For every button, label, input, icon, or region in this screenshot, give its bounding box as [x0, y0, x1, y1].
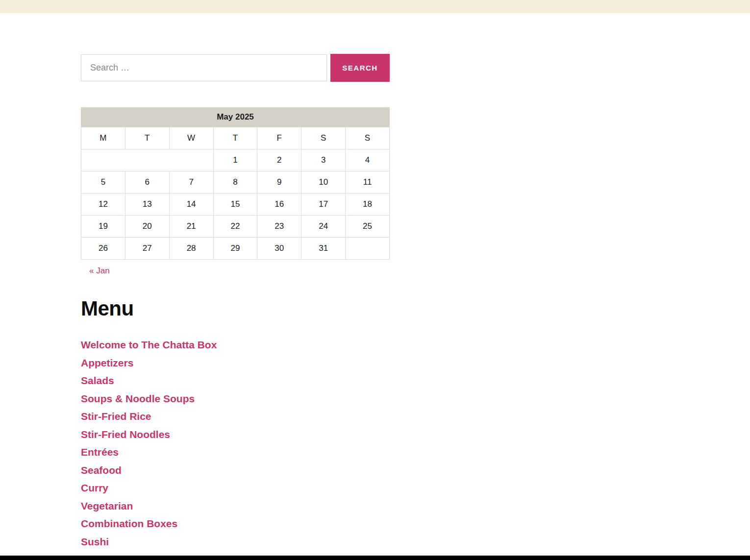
calendar-day-cell: 1: [213, 149, 257, 171]
calendar-week-row: 26 27 28 29 30 31: [81, 238, 390, 260]
search-input[interactable]: [81, 54, 327, 81]
list-item: Salads: [81, 372, 390, 390]
calendar-day-header: T: [125, 127, 169, 149]
calendar-day-cell: 11: [346, 171, 390, 194]
calendar-day-cell: 20: [125, 216, 169, 238]
list-item: Welcome to The Chatta Box: [81, 337, 390, 355]
menu-link-stir-fried-noodles[interactable]: Stir-Fried Noodles: [81, 429, 170, 440]
menu-list: Welcome to The Chatta Box Appetizers Sal…: [81, 337, 390, 560]
top-accent-bar: [0, 0, 750, 13]
calendar-header-row: M T W T F S S: [81, 127, 390, 149]
list-item: Seafood: [81, 462, 390, 480]
list-item: Stir-Fried Noodles: [81, 426, 390, 444]
menu-link-combination-boxes[interactable]: Combination Boxes: [81, 518, 177, 529]
calendar-day-cell: 8: [213, 171, 257, 194]
calendar-day-cell: 26: [81, 238, 125, 260]
calendar-day-cell: 7: [169, 171, 213, 194]
menu-link-seafood[interactable]: Seafood: [81, 464, 122, 476]
list-item: Curry: [81, 480, 390, 498]
calendar-day-cell: 12: [81, 194, 125, 216]
calendar-day-cell: 15: [213, 194, 257, 216]
calendar-day-cell: 4: [346, 149, 390, 171]
calendar-caption: May 2025: [81, 107, 390, 127]
calendar-day-header: M: [81, 127, 125, 149]
calendar-day-header: S: [346, 127, 390, 149]
calendar-day-cell: 5: [81, 171, 125, 194]
calendar-nav: « Jan: [81, 266, 390, 276]
calendar-day-cell: 29: [213, 238, 257, 260]
calendar-day-cell: 23: [257, 216, 301, 238]
calendar-day-header: W: [169, 127, 213, 149]
list-item: Stir-Fried Rice: [81, 408, 390, 426]
calendar-day-cell: 18: [346, 194, 390, 216]
calendar-day-cell: 27: [125, 238, 169, 260]
calendar-week-row: 19 20 21 22 23 24 25: [81, 216, 390, 238]
list-item: Entrées: [81, 444, 390, 462]
calendar-table: May 2025 M T W T F S S 1 2 3 4: [81, 107, 390, 260]
calendar-day-cell: 16: [257, 194, 301, 216]
list-item: Combination Boxes: [81, 515, 390, 534]
bottom-bar: [0, 556, 750, 560]
menu-link-curry[interactable]: Curry: [81, 482, 108, 493]
menu-link-stir-fried-rice[interactable]: Stir-Fried Rice: [81, 411, 151, 422]
list-item: Sushi: [81, 534, 390, 552]
search-form: SEARCH: [81, 54, 390, 82]
calendar-prev-month-link[interactable]: « Jan: [89, 266, 110, 275]
calendar-day-cell: 6: [125, 171, 169, 194]
calendar-day-cell: 30: [257, 238, 301, 260]
calendar-day-header: S: [301, 127, 346, 149]
calendar-day-cell: 22: [213, 216, 257, 238]
calendar-day-cell: 9: [257, 171, 301, 194]
list-item: Vegetarian: [81, 498, 390, 516]
calendar-day-cell: 13: [125, 194, 169, 216]
calendar-day-cell: 2: [257, 149, 301, 171]
calendar-day-cell: 24: [301, 216, 346, 238]
calendar-day-cell: 21: [169, 216, 213, 238]
calendar-day-cell: 3: [301, 149, 346, 171]
widget-column: SEARCH May 2025 M T W T F S S 1: [81, 54, 390, 560]
calendar-day-cell: 17: [301, 194, 346, 216]
calendar-day-cell: 10: [301, 171, 346, 194]
menu-link-salads[interactable]: Salads: [81, 375, 114, 386]
menu-link-welcome[interactable]: Welcome to The Chatta Box: [81, 339, 217, 350]
calendar-day-cell: 28: [169, 238, 213, 260]
calendar-widget: May 2025 M T W T F S S 1 2 3 4: [81, 107, 390, 276]
calendar-day-cell: 25: [346, 216, 390, 238]
menu-link-entrees[interactable]: Entrées: [81, 446, 119, 458]
calendar-day-header: T: [213, 127, 257, 149]
calendar-week-row: 12 13 14 15 16 17 18: [81, 194, 390, 216]
calendar-day-cell: 31: [301, 238, 346, 260]
list-item: Appetizers: [81, 355, 390, 373]
menu-link-sushi[interactable]: Sushi: [81, 536, 109, 547]
calendar-day-header: F: [257, 127, 301, 149]
menu-link-vegetarian[interactable]: Vegetarian: [81, 500, 133, 511]
calendar-week-row: 1 2 3 4: [81, 149, 390, 171]
menu-link-soups[interactable]: Soups & Noodle Soups: [81, 393, 195, 404]
calendar-day-cell: 14: [169, 194, 213, 216]
calendar-day-cell: 19: [81, 216, 125, 238]
menu-widget-title: Menu: [81, 298, 390, 319]
menu-link-appetizers[interactable]: Appetizers: [81, 357, 133, 368]
calendar-week-row: 5 6 7 8 9 10 11: [81, 171, 390, 194]
list-item: Soups & Noodle Soups: [81, 390, 390, 409]
calendar-empty-cell: [346, 238, 390, 260]
calendar-empty-cell: [81, 149, 214, 171]
search-button[interactable]: SEARCH: [330, 54, 390, 82]
